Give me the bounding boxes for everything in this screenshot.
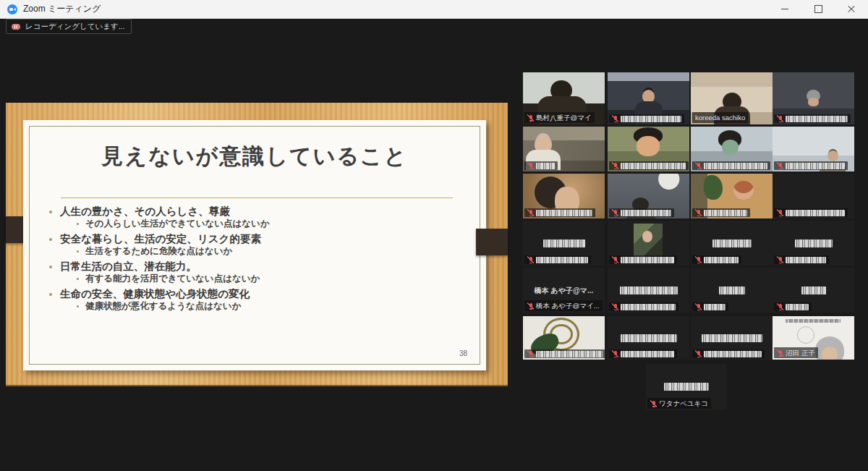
zoom-meeting-window: Zoom ミーティング レコーディングしています... 見えないが意識しているこ… xyxy=(0,0,868,471)
participant-name-plate xyxy=(692,302,728,311)
muted-mic-icon xyxy=(527,302,534,310)
muted-mic-icon xyxy=(612,209,618,216)
video-overlay-doodle xyxy=(797,326,814,344)
redacted-name xyxy=(664,383,709,391)
participant-tile[interactable] xyxy=(608,268,689,313)
recording-label: レコーディングしています... xyxy=(25,22,124,32)
participant-name-plate xyxy=(692,255,741,264)
participant-tile[interactable] xyxy=(523,221,605,266)
title-bar: Zoom ミーティング xyxy=(0,0,868,19)
participant-name-plate xyxy=(774,114,851,123)
redacted-name xyxy=(704,257,739,263)
participant-name-plate xyxy=(524,349,605,358)
redacted-name xyxy=(620,287,678,294)
participant-tile[interactable] xyxy=(691,221,773,266)
muted-mic-icon xyxy=(777,303,783,310)
participant-name-plate xyxy=(609,208,674,217)
participant-center-name xyxy=(773,239,854,247)
participant-tile[interactable] xyxy=(691,268,773,313)
bullet-icon xyxy=(77,305,79,307)
recording-indicator[interactable]: レコーディングしています... xyxy=(6,19,132,34)
participant-tile[interactable] xyxy=(773,72,854,124)
participant-tile[interactable] xyxy=(773,268,854,313)
participant-name-plate xyxy=(524,255,591,264)
participant-name-plate: 沼田 正子 xyxy=(774,347,818,358)
participant-tile[interactable] xyxy=(773,221,854,266)
window-title: Zoom ミーティング xyxy=(23,3,101,15)
participant-center-name xyxy=(608,286,689,294)
redacted-name xyxy=(704,210,747,216)
participant-center-name xyxy=(523,239,605,247)
participant-name-plate xyxy=(774,208,848,217)
redacted-name xyxy=(621,116,681,122)
participant-name-plate xyxy=(609,114,684,123)
redacted-name xyxy=(536,257,588,263)
redacted-name xyxy=(621,334,677,342)
minimize-icon xyxy=(781,9,788,9)
participant-name-plate xyxy=(774,302,812,311)
redacted-name xyxy=(621,257,674,263)
redacted-name xyxy=(786,304,809,310)
participant-tile[interactable]: ワタナベユキコ xyxy=(646,364,727,410)
participant-center-name xyxy=(773,286,854,294)
participant-tile[interactable] xyxy=(773,174,854,218)
participant-tile[interactable] xyxy=(523,316,605,360)
participant-tile[interactable] xyxy=(691,127,773,171)
participant-name-plate xyxy=(774,255,829,264)
participant-tile[interactable]: 島村八重子@マイ xyxy=(523,72,605,124)
presentation-slide: 見えないが意識していること 人生の豊かさ、その人らしさ、尊厳 その人らしい生活が… xyxy=(23,120,486,370)
participant-name-plate: 橋本 あや子@マイ... xyxy=(524,300,603,311)
bullet-item: 日常生活の自立、潜在能力。 xyxy=(49,260,486,272)
redacted-name xyxy=(702,334,762,342)
close-icon xyxy=(847,5,856,14)
participant-tile[interactable] xyxy=(608,221,689,266)
participant-tile[interactable] xyxy=(691,316,773,360)
sub-bullet-item: 有する能力を活用できていない点はないか xyxy=(77,273,486,284)
slide-page-number: 38 xyxy=(459,349,467,357)
participant-name-plate: 島村八重子@マイ xyxy=(524,112,595,123)
participant-tile[interactable] xyxy=(773,127,854,171)
participant-center-name xyxy=(691,334,773,342)
muted-mic-icon xyxy=(777,349,783,357)
participant-tile[interactable] xyxy=(608,174,689,218)
video-overlay-text xyxy=(786,319,841,323)
participant-name-plate xyxy=(524,208,595,217)
redacted-name xyxy=(536,163,555,169)
redacted-name xyxy=(795,239,833,247)
redacted-name xyxy=(786,210,845,216)
participant-tile[interactable] xyxy=(523,127,605,171)
participant-name: 橋本 あや子@マイ... xyxy=(536,301,600,310)
muted-mic-icon xyxy=(650,400,657,407)
redacted-name xyxy=(786,257,826,263)
zoom-app-icon xyxy=(7,4,17,14)
participant-tile[interactable] xyxy=(523,174,605,218)
participant-name-plate xyxy=(524,161,558,170)
participant-tile[interactable]: 橋本 あや子@マ... 橋本 あや子@マイ... xyxy=(523,268,605,313)
redacted-name xyxy=(621,163,686,169)
participant-tile[interactable]: 沼田 正子 xyxy=(773,316,854,360)
muted-mic-icon xyxy=(777,209,783,216)
redacted-name xyxy=(543,239,585,247)
participant-tile-active-speaker[interactable]: koreeda sachiko xyxy=(691,72,773,124)
close-button[interactable] xyxy=(835,0,868,18)
muted-mic-icon xyxy=(527,162,534,169)
muted-mic-icon xyxy=(612,350,618,357)
sub-bullet-item: その人らしい生活ができていない点はないか xyxy=(77,218,486,229)
redacted-name xyxy=(704,351,762,357)
bullet-icon xyxy=(49,266,52,268)
participant-tile[interactable] xyxy=(691,174,773,218)
cloud-recording-icon xyxy=(12,24,20,30)
redacted-name xyxy=(536,351,603,357)
redacted-name xyxy=(786,163,845,169)
muted-mic-icon xyxy=(527,209,534,216)
participant-tile[interactable] xyxy=(608,316,689,360)
maximize-button[interactable] xyxy=(801,0,835,18)
minimize-button[interactable] xyxy=(768,0,801,18)
participant-tile[interactable] xyxy=(608,72,689,124)
participant-center-name xyxy=(646,383,727,391)
participant-tile[interactable] xyxy=(608,127,689,171)
muted-mic-icon xyxy=(612,303,618,310)
bullet-item: 人生の豊かさ、その人らしさ、尊厳 xyxy=(49,205,486,217)
redacted-name xyxy=(621,210,671,216)
muted-mic-icon xyxy=(695,162,702,169)
